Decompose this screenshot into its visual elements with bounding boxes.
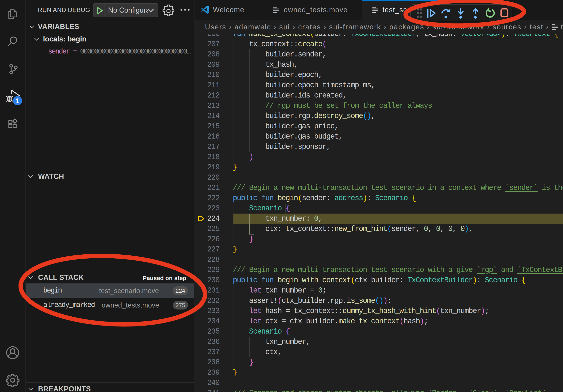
svg-text:1: 1 (16, 97, 19, 105)
